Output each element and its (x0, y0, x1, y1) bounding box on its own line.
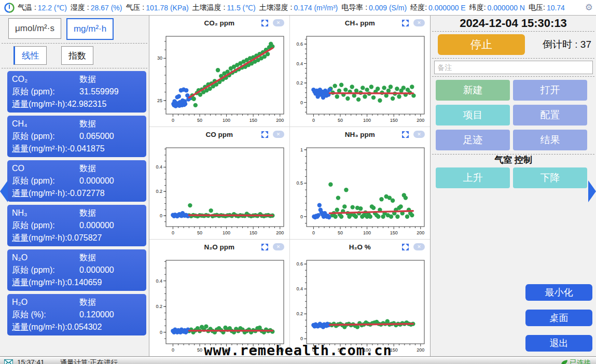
chamber-button-down[interactable]: 下降 (513, 167, 587, 188)
gas-name: NH₃ (12, 207, 79, 219)
svg-text:0.4: 0.4 (156, 278, 162, 284)
gas-card-ch4[interactable]: CH₄数据原始 (ppm):0.065000通量 (mg/m²·h):-0.04… (7, 116, 146, 157)
message-envelope-icon (4, 359, 13, 364)
chamber-button-up[interactable]: 上升 (436, 167, 510, 188)
window-button-desktop[interactable]: 桌面 (525, 310, 592, 326)
chart-plot: 05010015020000.20.40.6 (291, 257, 429, 356)
raw-value: 0.065000 (79, 130, 114, 143)
gas-card-co2[interactable]: CO₂数据原始 (ppm):31.559999通量 (mg/m²·h):42.9… (7, 71, 146, 113)
expand-chart-icon[interactable] (261, 244, 268, 250)
main-area: μmol/m²·smg/m²·h 线性指数 CO₂数据原始 (ppm):31.5… (0, 16, 596, 357)
close-chart-icon[interactable]: ✕ (413, 19, 425, 26)
stop-button[interactable]: 停止 (438, 34, 525, 55)
raw-value: 0.120000 (79, 309, 114, 321)
svg-text:100: 100 (223, 230, 230, 235)
svg-text:100: 100 (363, 230, 371, 235)
svg-text:0.2: 0.2 (156, 189, 162, 194)
chart-plot: 05010015020000.20.40.6 (291, 33, 429, 127)
chart-title: NH₃ ppm✕ (290, 128, 431, 144)
close-chart-icon[interactable]: ✕ (273, 131, 284, 138)
reading-label: 土壤湿度 : (259, 3, 293, 12)
gas-cards: CO₂数据原始 (ppm):31.559999通量 (mg/m²·h):42.9… (0, 68, 149, 335)
svg-text:150: 150 (390, 118, 397, 123)
sensor-reading: 纬度:0.000000 N (469, 3, 525, 12)
action-button-open[interactable]: 打开 (513, 80, 587, 101)
connected-leaf-icon (561, 359, 568, 364)
expand-chart-icon[interactable] (261, 131, 268, 138)
svg-text:0.6: 0.6 (296, 41, 303, 47)
action-button-footprint[interactable]: 足迹 (436, 130, 510, 150)
chart-plot: 05010015020000.20.4 (150, 257, 288, 356)
flux-label: 通量 (12, 187, 29, 200)
window-button-minimize[interactable]: 最小化 (525, 284, 592, 301)
chart-cell-3: NH₃ ppm✕05010015020000.51 (290, 127, 431, 240)
card-header: 数据 (79, 162, 96, 175)
unit-button-umol[interactable]: μmol/m²·s (8, 18, 61, 39)
svg-text:0: 0 (172, 230, 174, 235)
svg-text:1: 1 (300, 147, 303, 152)
charts-grid: CO₂ ppm✕0501001502002530CH₄ ppm✕05010015… (149, 16, 431, 357)
close-chart-icon[interactable]: ✕ (413, 243, 425, 250)
expand-right-arrow[interactable] (588, 180, 596, 202)
datetime-display: 2024-12-04 15:30:13 (431, 16, 596, 31)
svg-text:200: 200 (276, 118, 284, 123)
action-button-config[interactable]: 配置 (513, 105, 587, 125)
fit-button-exponential[interactable]: 指数 (61, 46, 93, 65)
gas-card-co[interactable]: CO数据原始 (ppm):0.000000通量 (mg/m²·h):-0.072… (7, 160, 146, 202)
reading-label: 气温 : (18, 3, 36, 12)
close-chart-icon[interactable]: ✕ (273, 19, 284, 26)
svg-text:200: 200 (417, 118, 424, 123)
expand-chart-icon[interactable] (402, 131, 409, 138)
expand-chart-icon[interactable] (402, 20, 409, 26)
svg-text:0: 0 (312, 118, 315, 123)
action-button-new[interactable]: 新建 (436, 80, 510, 101)
raw-label: 原始 (ppm): (12, 86, 79, 98)
close-chart-icon[interactable]: ✕ (413, 131, 425, 138)
app-logo-icon (4, 3, 15, 13)
gas-card-nh3[interactable]: NH₃数据原始 (ppm):0.000000通量 (mg/m²·h):0.075… (7, 205, 146, 246)
window-button-exit[interactable]: 退出 (525, 335, 592, 352)
sensor-readings: 气温 :12.2 (℃)湿度 :28.67 (%)气压 :101.78 (KPa… (18, 3, 585, 12)
svg-text:0.5: 0.5 (296, 180, 303, 186)
expand-chart-icon[interactable] (402, 244, 409, 250)
close-chart-icon[interactable]: ✕ (273, 243, 284, 250)
svg-text:0: 0 (312, 230, 315, 235)
reading-value: 0.000000 E (428, 4, 466, 12)
reading-label: 气压 : (126, 3, 144, 12)
raw-label: 原始 (ppm): (12, 130, 79, 143)
chart-title: N₂O ppm✕ (149, 241, 289, 257)
gas-card-n2o[interactable]: N₂O数据原始 (ppm):0.000000通量 (mg/m²·h):0.140… (7, 249, 146, 291)
sensor-reading: 电压:10.74 (529, 3, 565, 12)
raw-label: 原始 (ppm): (12, 175, 79, 187)
gas-card-h2o[interactable]: H₂O数据原始 (%):0.120000通量 (mg/m²·h):0.05430… (7, 294, 146, 335)
svg-text:100: 100 (363, 118, 371, 123)
svg-text:150: 150 (390, 230, 397, 235)
flux-label: 通量 (12, 98, 29, 110)
flux-value: (mg/m²·h):-0.072778 (29, 187, 105, 200)
card-header: 数据 (79, 73, 96, 86)
settings-gear-icon[interactable]: ⚙ (585, 2, 593, 13)
svg-text:200: 200 (417, 230, 424, 235)
reading-value: 11.5 (℃) (227, 4, 256, 12)
collapse-left-arrow[interactable] (0, 180, 8, 202)
chamber-button-row: 上升下降 (431, 166, 596, 188)
raw-value: 0.000000 (79, 219, 114, 232)
svg-text:0: 0 (300, 100, 303, 105)
note-input[interactable] (434, 61, 593, 74)
svg-text:0.4: 0.4 (296, 286, 303, 291)
reading-label: 纬度: (469, 3, 486, 12)
right-control-panel: 2024-12-04 15:30:13 停止 倒计时 : 37 新建打开项目配置… (431, 16, 596, 357)
fit-button-linear[interactable]: 线性 (13, 46, 47, 65)
svg-text:50: 50 (197, 347, 202, 353)
connection-status: 已连接 (570, 358, 591, 364)
expand-chart-icon[interactable] (261, 20, 268, 26)
action-button-result[interactable]: 结果 (513, 130, 587, 150)
flux-label: 通量 (12, 321, 29, 333)
unit-button-mg[interactable]: mg/m²·h (66, 18, 114, 40)
svg-text:150: 150 (249, 118, 257, 123)
countdown-label: 倒计时 : (543, 39, 578, 50)
sensor-reading: 气压 :101.78 (KPa) (126, 3, 188, 12)
reading-value: 28.67 (%) (91, 4, 122, 12)
action-button-project[interactable]: 项目 (436, 105, 510, 125)
svg-text:30: 30 (157, 55, 162, 61)
